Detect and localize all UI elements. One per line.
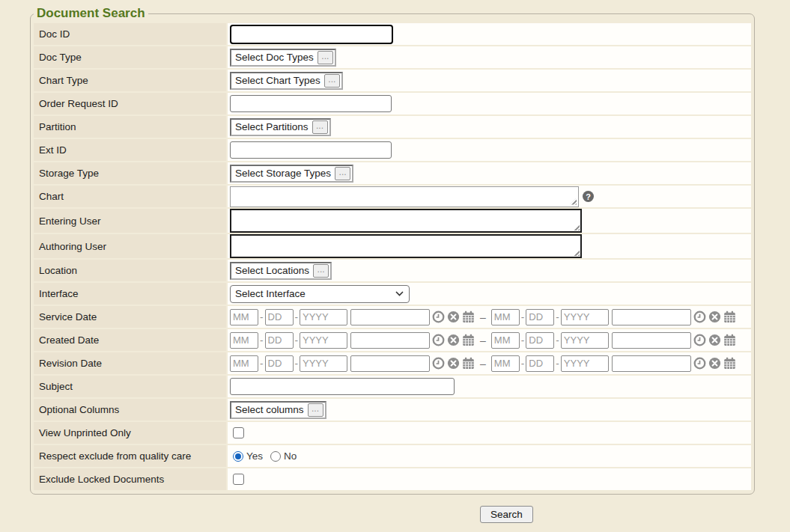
calendar-icon[interactable] — [462, 357, 475, 370]
calendar-icon[interactable] — [723, 311, 736, 323]
subject-input[interactable] — [230, 378, 455, 395]
textarea-wrap — [230, 209, 582, 233]
service-date-from-time-input[interactable] — [350, 309, 430, 325]
revision-date-from-time-input[interactable] — [350, 355, 430, 372]
search-form-table: Doc IDDoc TypeSelect Doc Types...Chart T… — [32, 22, 753, 492]
label-location: Location — [34, 260, 226, 281]
clock-icon[interactable] — [693, 357, 706, 370]
service-date-from-day-input[interactable] — [265, 309, 294, 325]
clock-icon[interactable] — [693, 334, 706, 346]
chart-type-picker[interactable]: Select Chart Types... — [230, 72, 343, 90]
service-date-from-month-input[interactable] — [230, 309, 258, 325]
doc-type-picker[interactable]: Select Doc Types... — [230, 49, 336, 67]
label-revision-date: Revision Date — [34, 352, 226, 374]
storage-type-ellipsis-button[interactable]: ... — [335, 167, 350, 180]
control-wrap — [230, 94, 749, 114]
label-subject: Subject — [34, 376, 226, 397]
chart-type-ellipsis-button[interactable]: ... — [324, 74, 340, 88]
cell-chart-type: Select Chart Types... — [228, 70, 751, 91]
revision-date-to-day-input[interactable] — [526, 355, 554, 372]
row-interface: InterfaceSelect Interface — [34, 283, 751, 305]
optional-columns-picker[interactable]: Select columns... — [230, 401, 326, 419]
doc-id-input[interactable] — [230, 25, 393, 44]
revision-date-to-year-input[interactable] — [561, 355, 609, 372]
clock-icon[interactable] — [432, 311, 445, 323]
created-date-to-year-input[interactable] — [561, 332, 609, 349]
respect-exclude-from-quality-care-radio-no[interactable] — [270, 451, 281, 462]
clock-icon[interactable] — [693, 311, 706, 323]
revision-date-from-day-input[interactable] — [265, 355, 294, 372]
date-separator: - — [556, 311, 559, 322]
date-separator: - — [556, 334, 559, 346]
search-button[interactable]: Search — [480, 506, 533, 523]
revision-date-from-year-input[interactable] — [300, 355, 347, 372]
service-date-to-time-input[interactable] — [612, 309, 691, 325]
cell-service-date: --–-- — [228, 306, 751, 328]
authoring-user-textarea[interactable] — [230, 234, 582, 258]
doc-type-picker-label: Select Doc Types — [235, 52, 314, 63]
label-optional-columns: Optional Columns — [34, 399, 226, 421]
created-date-to-time-input[interactable] — [612, 332, 691, 349]
clock-icon[interactable] — [432, 334, 445, 346]
location-picker[interactable]: Select Locations... — [230, 262, 332, 280]
calendar-icon[interactable] — [723, 357, 736, 370]
partition-ellipsis-button[interactable]: ... — [312, 120, 328, 134]
date-separator: - — [521, 358, 525, 369]
revision-date-from-month-input[interactable] — [230, 355, 258, 372]
calendar-icon[interactable] — [462, 311, 475, 323]
partition-picker[interactable]: Select Partitions... — [230, 118, 331, 136]
service-date-from-year-input[interactable] — [300, 309, 347, 325]
revision-date-to-time-input[interactable] — [612, 355, 691, 372]
respect-exclude-from-quality-care-radio-yes[interactable] — [233, 451, 243, 462]
partition-picker-label: Select Partitions — [235, 121, 309, 132]
clear-icon[interactable] — [447, 334, 460, 346]
optional-columns-ellipsis-button[interactable]: ... — [308, 403, 323, 417]
control-wrap: Select Locations... — [230, 260, 749, 281]
service-date-to-day-input[interactable] — [526, 309, 554, 325]
cell-subject — [228, 376, 751, 397]
cell-optional-columns: Select columns... — [228, 399, 751, 421]
date-separator: - — [295, 311, 299, 322]
order-request-id-input[interactable] — [230, 95, 392, 112]
created-date-from-year-input[interactable] — [300, 332, 347, 349]
created-date-from-month-input[interactable] — [230, 332, 258, 349]
row-doc-id: Doc ID — [34, 23, 751, 45]
service-date-to-month-input[interactable] — [491, 309, 520, 325]
control-wrap: Select Chart Types... — [230, 70, 749, 91]
created-date-to-month-input[interactable] — [491, 332, 520, 349]
control-wrap — [230, 234, 749, 258]
calendar-icon[interactable] — [723, 334, 736, 346]
doc-type-ellipsis-button[interactable]: ... — [317, 51, 333, 64]
revision-date-to-month-input[interactable] — [491, 355, 520, 372]
view-unprinted-only-checkbox[interactable] — [233, 427, 244, 438]
row-order-request-id: Order Request ID — [34, 93, 751, 114]
storage-type-picker[interactable]: Select Storage Types... — [230, 165, 353, 183]
label-authoring-user: Authoring User — [34, 234, 226, 258]
ext-id-input[interactable] — [230, 141, 392, 159]
cell-ext-id — [228, 139, 751, 161]
chart-textarea[interactable] — [230, 186, 579, 207]
created-date-from-day-input[interactable] — [265, 332, 294, 349]
storage-type-picker-label: Select Storage Types — [235, 168, 331, 179]
row-chart-type: Chart TypeSelect Chart Types... — [34, 70, 751, 91]
clear-icon[interactable] — [708, 311, 721, 323]
calendar-icon[interactable] — [462, 334, 475, 346]
created-date-from-time-input[interactable] — [350, 332, 430, 349]
label-storage-type: Storage Type — [34, 162, 226, 184]
clear-icon[interactable] — [708, 357, 721, 370]
clear-icon[interactable] — [447, 311, 460, 323]
clear-icon[interactable] — [447, 357, 460, 370]
location-ellipsis-button[interactable]: ... — [313, 264, 329, 278]
control-wrap: Select Partitions... — [230, 117, 749, 137]
service-date-to-year-input[interactable] — [561, 309, 609, 325]
entering-user-textarea[interactable] — [230, 209, 582, 233]
label-ext-id: Ext ID — [34, 139, 226, 161]
cell-authoring-user — [228, 234, 751, 258]
created-date-to-day-input[interactable] — [526, 332, 554, 349]
help-icon[interactable]: ? — [583, 191, 594, 202]
clock-icon[interactable] — [432, 357, 445, 370]
clear-icon[interactable] — [708, 334, 721, 346]
interface-select[interactable]: Select Interface — [230, 285, 410, 303]
exclude-locked-documents-checkbox[interactable] — [233, 474, 244, 485]
row-view-unprinted-only: View Unprinted Only — [34, 422, 751, 444]
